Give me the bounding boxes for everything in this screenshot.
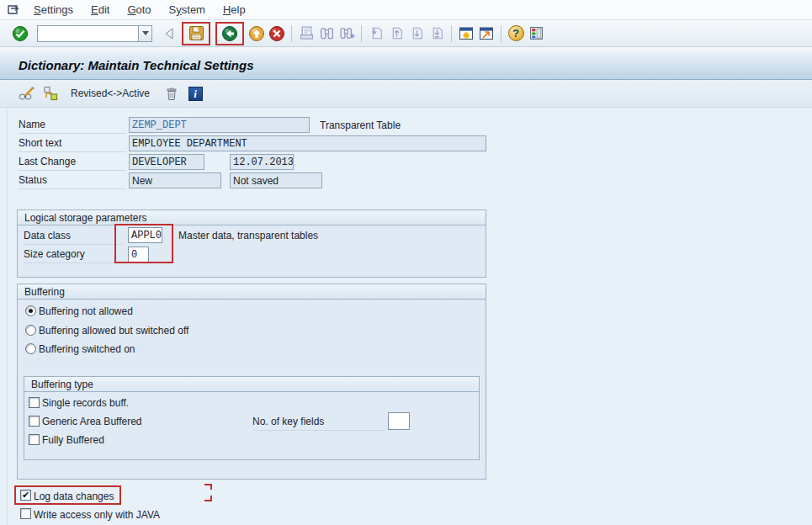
find-icon[interactable] [317,24,336,43]
table-type-text: Transparent Table [320,119,401,131]
annotation-corner-top [204,484,212,490]
size-category-label: Size category [24,248,123,263]
menu-settings[interactable]: Settings [34,3,73,16]
checkbox-java-access-label: Write access only with JAVA [34,509,160,521]
menu-system[interactable]: System [169,3,205,16]
info-icon[interactable]: i [186,84,204,103]
name-label: Name [19,119,126,134]
save-state-field: Not saved [230,172,322,188]
screen-menu-icon[interactable] [7,3,24,17]
toolbar-separator [451,25,452,42]
status-field: New [129,172,221,188]
toolbar-separator [361,25,362,42]
radio-buffering-switched-on-label: Buffering switched on [39,343,135,355]
radio-buffering-not-allowed-label: Buffering not allowed [39,305,133,317]
menu-bar: Settings Edit Goto System Help [0,0,812,20]
annotation-back-highlight [215,22,244,45]
toolbar-separator [291,25,292,42]
checkbox-single-records-buff-label: Single records buff. [42,397,129,409]
radio-buffering-switched-off-label: Buffering allowed but switched off [39,325,188,337]
annotation-corner-bottom [204,496,212,501]
checkbox-java-access[interactable] [20,508,31,519]
exit-icon[interactable] [247,24,266,43]
shortcut-icon[interactable] [477,24,496,43]
data-class-description: Master data, transparent tables [178,230,318,241]
checkbox-generic-area-buffered-label: Generic Area Buffered [42,416,142,427]
last-change-label: Last Change [19,156,126,171]
print-icon[interactable] [297,24,316,43]
find-next-icon[interactable] [337,24,356,43]
new-session-icon[interactable] [457,24,475,43]
checkbox-generic-area-buffered[interactable] [29,416,40,427]
name-field[interactable]: ZEMP_DEPT [129,117,310,133]
checkbox-fully-buffered[interactable] [29,434,40,445]
menu-goto[interactable]: Goto [127,3,151,16]
toolbar-separator [501,25,502,42]
annotation-save-highlight [182,22,210,45]
revised-active-toggle-icon[interactable] [41,84,60,103]
standard-toolbar: ? [0,20,812,47]
sap-window: Settings Edit Goto System Help [0,0,812,525]
short-text-label: Short text [19,137,126,152]
radio-buffering-switched-off[interactable] [25,325,36,336]
checkbox-single-records-buff[interactable] [29,397,40,408]
next-page-icon[interactable] [407,24,426,43]
delete-icon[interactable] [162,84,181,103]
cancel-icon[interactable] [268,24,286,43]
buffering-group-title: Buffering [18,284,486,300]
content-left-edge [7,110,8,525]
short-text-field[interactable]: EMPLOYEE DEPARTMENT [129,135,486,151]
radio-buffering-not-allowed[interactable] [25,305,36,316]
annotation-log-data-changes-box [14,485,121,505]
command-field [37,25,152,42]
logical-storage-group-title: Logical storage parameters [18,210,486,225]
page-title: Dictionary: Maintain Technical Settings [19,58,254,72]
display-change-icon[interactable] [18,84,36,103]
annotation-data-class-box [114,224,173,263]
back-icon[interactable] [220,24,239,43]
hide-command-field-icon[interactable] [160,24,178,43]
last-change-user-field: DEVELOPER [129,154,204,170]
menu-edit[interactable]: Edit [91,3,109,16]
enter-icon[interactable] [11,24,29,43]
menu-help[interactable]: Help [223,3,246,16]
customize-layout-icon[interactable] [527,24,545,43]
checkbox-fully-buffered-label: Fully Buffered [42,434,104,446]
revised-active-button[interactable]: Revised<->Active [71,88,150,99]
help-icon[interactable]: ? [507,24,525,43]
last-change-date-field: 12.07.2013 [230,154,294,170]
previous-page-icon[interactable] [387,24,406,43]
data-class-label: Data class [24,230,123,245]
radio-buffering-switched-on[interactable] [25,343,36,354]
buffering-type-group-title: Buffering type [24,377,479,392]
last-page-icon[interactable] [427,24,446,43]
title-bar: Dictionary: Maintain Technical Settings [0,51,812,80]
save-icon[interactable] [187,24,205,43]
status-label: Status [19,174,126,189]
command-dropdown-button[interactable] [138,25,152,42]
first-page-icon[interactable] [367,24,385,43]
command-input[interactable] [37,25,138,42]
key-fields-field[interactable] [388,412,410,430]
application-toolbar: Revised<->Active i [0,80,812,108]
key-fields-label: No. of key fields [252,416,385,431]
